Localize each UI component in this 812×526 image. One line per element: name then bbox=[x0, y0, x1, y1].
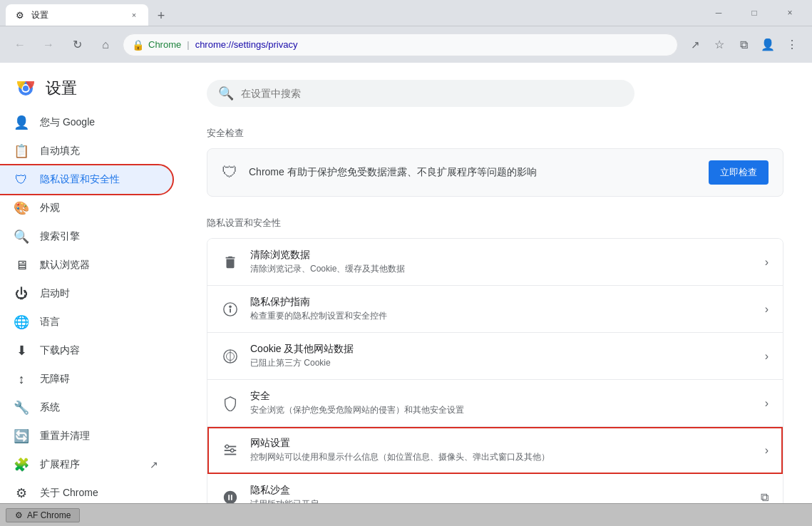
reload-button[interactable]: ↻ bbox=[66, 33, 88, 56]
startup-icon: ⏻ bbox=[14, 287, 29, 301]
extensions-icon: 🧩 bbox=[14, 458, 29, 472]
sidebar-item-label-accessibility: 无障碍 bbox=[40, 373, 70, 386]
sidebar-item-search[interactable]: 🔍搜索引擎 bbox=[0, 222, 173, 251]
url-secure-label: Chrome bbox=[148, 39, 181, 50]
sidebar-item-autofill[interactable]: 📋自动填充 bbox=[0, 137, 173, 165]
privacy_guide-content: 隐私保护指南检查重要的隐私控制设置和安全控件 bbox=[250, 296, 754, 322]
share-button[interactable]: ↗ bbox=[684, 33, 706, 56]
sidebar-item-startup[interactable]: ⏻启动时 bbox=[0, 279, 173, 308]
svg-point-13 bbox=[225, 445, 229, 448]
site_settings-subtitle: 控制网站可以使用和显示什么信息（如位置信息、摄像头、弹出式窗口及其他） bbox=[250, 451, 754, 463]
settings-item-privacy_guide[interactable]: 隐私保护指南检查重要的隐私控制设置和安全控件› bbox=[207, 286, 783, 333]
sidebar-item-label-downloads: 下载内容 bbox=[40, 344, 80, 357]
split-screen-button[interactable]: ⧉ bbox=[732, 33, 755, 56]
privacy_guide-title: 隐私保护指南 bbox=[250, 296, 754, 309]
page-content: 设置 👤您与 Google📋自动填充🛡隐私设置和安全性🎨外观🔍搜索引擎🖥默认浏览… bbox=[0, 63, 812, 503]
sidebar-item-label-about: 关于 Chrome bbox=[40, 487, 98, 500]
sidebar-item-label-privacy: 隐私设置和安全性 bbox=[40, 173, 120, 186]
home-button[interactable]: ⌂ bbox=[94, 33, 117, 56]
safety-card: 🛡 Chrome 有助于保护您免受数据泄露、不良扩展程序等问题的影响 立即检查 bbox=[207, 148, 783, 197]
url-path: chrome://settings/privacy bbox=[195, 39, 298, 50]
site_settings-title: 网站设置 bbox=[250, 437, 754, 450]
sidebar-item-label-google: 您与 Google bbox=[40, 116, 95, 129]
about-icon: ⚙ bbox=[14, 486, 29, 500]
settings-item-clear_browsing[interactable]: 清除浏览数据清除浏览记录、Cookie、缓存及其他数据› bbox=[207, 239, 783, 286]
security-title: 安全 bbox=[250, 390, 754, 403]
sidebar: 设置 👤您与 Google📋自动填充🛡隐私设置和安全性🎨外观🔍搜索引擎🖥默认浏览… bbox=[0, 63, 178, 503]
tab-close-button[interactable]: × bbox=[128, 9, 140, 21]
sidebar-items-container: 👤您与 Google📋自动填充🛡隐私设置和安全性🎨外观🔍搜索引擎🖥默认浏览器⏻启… bbox=[0, 108, 178, 503]
security-arrow-icon: › bbox=[765, 397, 769, 410]
sidebar-item-label-system: 系统 bbox=[40, 401, 60, 414]
sidebar-item-reset[interactable]: 🔄重置并清理 bbox=[0, 422, 173, 450]
maximize-button[interactable]: □ bbox=[738, 2, 771, 24]
sidebar-item-label-autofill: 自动填充 bbox=[40, 145, 80, 158]
security-content: 安全安全浏览（保护您免受危险网站的侵害）和其他安全设置 bbox=[250, 390, 754, 416]
address-bar: ← → ↻ ⌂ 🔒 Chrome | chrome://settings/pri… bbox=[0, 26, 812, 63]
sidebar-header: 设置 bbox=[0, 68, 178, 108]
search-box[interactable]: 🔍 bbox=[207, 80, 634, 107]
new-tab-button[interactable]: + bbox=[151, 6, 171, 26]
safety-shield-icon: 🛡 bbox=[222, 163, 237, 182]
close-button[interactable]: × bbox=[774, 2, 806, 24]
safety-check-button[interactable]: 立即检查 bbox=[709, 160, 769, 185]
sidebar-item-google[interactable]: 👤您与 Google bbox=[0, 108, 173, 137]
privacy_guide-icon bbox=[222, 301, 239, 318]
sidebar-item-label-appearance: 外观 bbox=[40, 202, 60, 215]
cookies-subtitle: 已阻止第三方 Cookie bbox=[250, 357, 754, 369]
sidebar-item-extensions[interactable]: 🧩扩展程序↗ bbox=[0, 450, 173, 479]
svg-point-14 bbox=[230, 448, 234, 452]
url-bar[interactable]: 🔒 Chrome | chrome://settings/privacy bbox=[123, 33, 678, 56]
security-subtitle: 安全浏览（保护您免受危险网站的侵害）和其他安全设置 bbox=[250, 404, 754, 416]
svg-point-5 bbox=[229, 305, 232, 308]
tab-bar: ⚙ 设置 × + bbox=[6, 0, 699, 26]
sidebar-item-language[interactable]: 🌐语言 bbox=[0, 308, 173, 336]
window-controls: ─ □ × bbox=[702, 2, 806, 24]
site_settings-content: 网站设置控制网站可以使用和显示什么信息（如位置信息、摄像头、弹出式窗口及其他） bbox=[250, 437, 754, 463]
google-icon: 👤 bbox=[14, 115, 29, 130]
settings-item-site_settings[interactable]: 网站设置控制网站可以使用和显示什么信息（如位置信息、摄像头、弹出式窗口及其他）› bbox=[207, 427, 783, 474]
sidebar-title: 设置 bbox=[46, 78, 77, 99]
search-icon: 🔍 bbox=[218, 86, 234, 101]
sidebar-item-privacy[interactable]: 🛡隐私设置和安全性 bbox=[0, 165, 173, 194]
svg-rect-6 bbox=[230, 309, 231, 313]
sidebar-item-label-extensions: 扩展程序 bbox=[40, 458, 80, 471]
cookies-arrow-icon: › bbox=[765, 350, 769, 363]
privacy_sandbox-arrow-icon: ⧉ bbox=[761, 491, 769, 504]
sidebar-item-accessibility[interactable]: ↕无障碍 bbox=[0, 365, 173, 393]
url-secure-icon: 🔒 bbox=[132, 39, 144, 51]
active-tab[interactable]: ⚙ 设置 × bbox=[6, 4, 148, 26]
search-input[interactable] bbox=[241, 88, 623, 99]
profile-button[interactable]: 👤 bbox=[756, 33, 779, 56]
sidebar-item-about[interactable]: ⚙关于 Chrome bbox=[0, 479, 173, 503]
sidebar-item-default_browser[interactable]: 🖥默认浏览器 bbox=[0, 251, 173, 279]
privacy_sandbox-subtitle: 试用版功能已开启 bbox=[250, 498, 749, 503]
back-button[interactable]: ← bbox=[9, 33, 31, 56]
tab-favicon: ⚙ bbox=[14, 9, 26, 21]
settings-item-security[interactable]: 安全安全浏览（保护您免受危险网站的侵害）和其他安全设置› bbox=[207, 380, 783, 427]
forward-button[interactable]: → bbox=[37, 33, 60, 56]
menu-button[interactable]: ⋮ bbox=[781, 33, 803, 56]
main-content: 🔍 安全检查 🛡 Chrome 有助于保护您免受数据泄露、不良扩展程序等问题的影… bbox=[178, 63, 812, 503]
sidebar-item-appearance[interactable]: 🎨外观 bbox=[0, 194, 173, 222]
security-icon bbox=[222, 395, 239, 412]
sidebar-item-downloads[interactable]: ⬇下载内容 bbox=[0, 336, 173, 365]
sidebar-item-label-reset: 重置并清理 bbox=[40, 430, 90, 443]
settings-item-privacy_sandbox[interactable]: 隐私沙盒试用版功能已开启⧉ bbox=[207, 474, 783, 503]
privacy_sandbox-icon bbox=[222, 489, 239, 504]
sidebar-item-system[interactable]: 🔧系统 bbox=[0, 393, 173, 422]
svg-rect-12 bbox=[225, 453, 237, 455]
minimize-button[interactable]: ─ bbox=[702, 2, 735, 24]
settings-item-cookies[interactable]: Cookie 及其他网站数据已阻止第三方 Cookie› bbox=[207, 333, 783, 380]
privacy_guide-subtitle: 检查重要的隐私控制设置和安全控件 bbox=[250, 310, 754, 322]
default_browser-icon: 🖥 bbox=[14, 258, 29, 272]
clear_browsing-arrow-icon: › bbox=[765, 256, 769, 269]
browser-frame: ⚙ 设置 × + ─ □ × ← → ↻ ⌂ 🔒 Chrome | chrome… bbox=[0, 0, 812, 526]
settings-list: 清除浏览数据清除浏览记录、Cookie、缓存及其他数据›隐私保护指南检查重要的隐… bbox=[207, 238, 783, 503]
cookies-icon bbox=[222, 348, 239, 365]
privacy-icon: 🛡 bbox=[14, 172, 29, 187]
taskbar-chrome-item[interactable]: ⚙ AF Chrome bbox=[6, 508, 80, 522]
taskbar-chrome-icon: ⚙ bbox=[15, 510, 23, 520]
clear_browsing-content: 清除浏览数据清除浏览记录、Cookie、缓存及其他数据 bbox=[250, 249, 754, 275]
bookmark-button[interactable]: ☆ bbox=[708, 33, 731, 56]
